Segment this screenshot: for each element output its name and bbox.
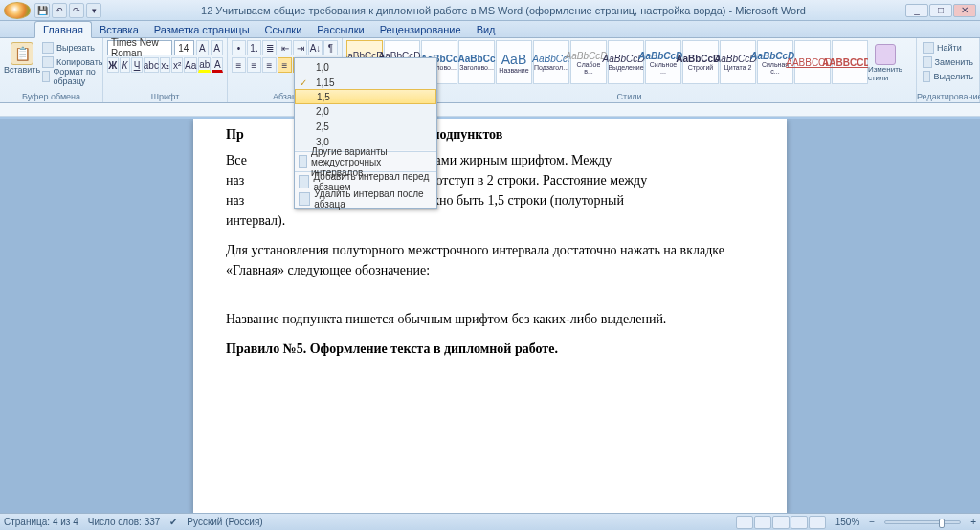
italic-button[interactable]: К (120, 57, 131, 73)
sort-button[interactable]: A↓ (308, 40, 323, 55)
fullscreen-view[interactable] (754, 516, 771, 529)
status-proof-icon[interactable]: ✔ (169, 517, 177, 527)
window-title: 12 Учитываем общие требования к дипломно… (101, 5, 905, 16)
group-label-font: Шрифт (103, 92, 227, 101)
zoom-slider[interactable] (884, 520, 961, 524)
ls-option-1-5[interactable]: 1,5 (295, 89, 436, 104)
web-layout-view[interactable] (772, 516, 790, 529)
clipboard-small-buttons: Вырезать Копировать Формат по образцу (40, 40, 104, 84)
save-icon[interactable]: 💾 (34, 3, 50, 18)
paragraph-2: Для установления полуторного межстрочног… (226, 240, 754, 280)
font-size-combo[interactable]: 14 (174, 40, 194, 55)
ls-option-1-15[interactable]: ✓1,15 (295, 75, 436, 90)
cut-button[interactable]: Вырезать (40, 41, 104, 55)
document-area[interactable]: Правило №4. Оформление глав и подпунктов… (0, 119, 980, 513)
style-quote[interactable]: AaBbCcDcЦитата 2 (720, 40, 756, 84)
zoom-level[interactable]: 150% (835, 517, 860, 527)
tab-home[interactable]: Главная (34, 21, 92, 38)
grow-font-icon[interactable]: A (196, 40, 209, 55)
format-painter-button[interactable]: Формат по образцу (40, 70, 104, 83)
select-button[interactable]: Выделить (921, 70, 975, 83)
statusbar: Страница: 4 из 4 Число слов: 337 ✔ Русск… (0, 513, 980, 530)
replace-icon (923, 56, 932, 68)
ls-option-2-0[interactable]: 2,0 (295, 103, 436, 119)
redo-icon[interactable]: ↷ (69, 3, 84, 18)
group-font: Times New Roman 14 A A Ж К Ч abc x₂ x² A… (103, 38, 228, 102)
style-title[interactable]: AaBНазвание (496, 40, 532, 84)
style-heading2[interactable]: AaBbCcЗаголово... (458, 40, 495, 84)
align-right-button[interactable]: ≡ (262, 57, 277, 73)
paste-label: Вставить (4, 65, 40, 75)
tab-references[interactable]: Ссылки (257, 22, 310, 37)
numbering-button[interactable]: 1. (247, 40, 261, 55)
tab-mailings[interactable]: Рассылки (309, 22, 371, 37)
ls-option-3-0[interactable]: 3,0 (295, 134, 436, 149)
bold-button[interactable]: Ж (107, 57, 119, 73)
zoom-handle[interactable] (939, 519, 945, 528)
status-page[interactable]: Страница: 4 из 4 (4, 517, 78, 527)
close-button[interactable]: ✕ (953, 4, 976, 17)
underline-button[interactable]: Ч (131, 57, 143, 73)
align-left-button[interactable]: ≡ (232, 57, 246, 73)
print-layout-view[interactable] (736, 516, 753, 529)
qat-customize-icon[interactable]: ▾ (86, 3, 101, 18)
paste-icon: 📋 (11, 42, 33, 65)
style-strong[interactable]: AaBbCcDcСтрогий (682, 40, 719, 84)
superscript-button[interactable]: x² (171, 57, 183, 73)
subscript-button[interactable]: x₂ (160, 57, 171, 73)
outline-view[interactable] (791, 516, 808, 529)
style-subtitle[interactable]: AaBbCc.Подзагол... (533, 40, 569, 84)
shrink-font-icon[interactable]: A (211, 40, 223, 55)
style-emphasis[interactable]: AaBbCcDcВыделение (608, 40, 644, 84)
show-marks-button[interactable]: ¶ (323, 40, 338, 55)
zoom-in-button[interactable]: + (970, 517, 976, 527)
style-intense-ref[interactable]: AABBCCDD (832, 40, 868, 84)
find-button[interactable]: Найти (921, 41, 975, 55)
change-styles-button[interactable]: Изменить стили (868, 40, 902, 84)
group-clipboard: 📋 Вставить Вырезать Копировать Формат по… (0, 38, 103, 102)
increase-indent-button[interactable]: ⇥ (293, 40, 307, 55)
ls-option-1-0[interactable]: 1,0 (295, 59, 436, 75)
group-editing: Найти Заменить Выделить Редактирование (917, 38, 980, 102)
paste-button[interactable]: 📋 Вставить (4, 40, 40, 84)
cut-icon (42, 42, 54, 54)
undo-icon[interactable]: ↶ (52, 3, 67, 18)
highlight-color-button[interactable]: ab (198, 57, 211, 73)
copy-icon (42, 56, 54, 68)
status-words[interactable]: Число слов: 337 (88, 517, 161, 527)
justify-button[interactable]: ≡ (278, 57, 292, 73)
page[interactable]: Правило №4. Оформление глав и подпунктов… (193, 119, 787, 513)
ls-more-icon (299, 155, 307, 168)
multilevel-button[interactable]: ≣ (262, 40, 277, 55)
tab-review[interactable]: Рецензирование (372, 22, 469, 37)
decrease-indent-button[interactable]: ⇤ (278, 40, 292, 55)
font-color-button[interactable]: A (212, 57, 223, 73)
tab-page-layout[interactable]: Разметка страницы (146, 22, 257, 37)
ribbon: 📋 Вставить Вырезать Копировать Формат по… (0, 38, 980, 103)
tab-view[interactable]: Вид (469, 22, 503, 37)
font-name-combo[interactable]: Times New Roman (107, 40, 172, 55)
style-subtle-emph[interactable]: AaBbCcDcСлабое в... (570, 40, 607, 84)
office-button[interactable] (4, 2, 31, 19)
change-styles-icon (875, 44, 896, 65)
bullets-button[interactable]: • (232, 40, 246, 55)
status-language[interactable]: Русский (Россия) (187, 517, 262, 527)
draft-view[interactable] (809, 516, 826, 529)
format-painter-icon (42, 71, 50, 82)
minimize-button[interactable]: _ (905, 4, 928, 17)
ls-option-2-5[interactable]: 2,5 (295, 119, 436, 134)
replace-button[interactable]: Заменить (921, 55, 975, 69)
tab-insert[interactable]: Вставка (92, 22, 146, 37)
ls-more-options[interactable]: Другие варианты междустрочных интервалов… (295, 153, 436, 170)
ruler[interactable] (0, 103, 980, 117)
group-label-editing: Редактирование (917, 92, 979, 101)
align-center-button[interactable]: ≡ (247, 57, 261, 73)
strike-button[interactable]: abc (144, 57, 159, 73)
find-icon (923, 42, 934, 54)
zoom-out-button[interactable]: − (869, 517, 875, 527)
check-icon: ✓ (300, 77, 307, 88)
change-case-button[interactable]: Aa (184, 57, 197, 73)
group-label-clipboard: Буфер обмена (0, 92, 102, 101)
maximize-button[interactable]: □ (929, 4, 952, 17)
ls-remove-after[interactable]: Удалить интервал после абзаца (295, 190, 436, 208)
